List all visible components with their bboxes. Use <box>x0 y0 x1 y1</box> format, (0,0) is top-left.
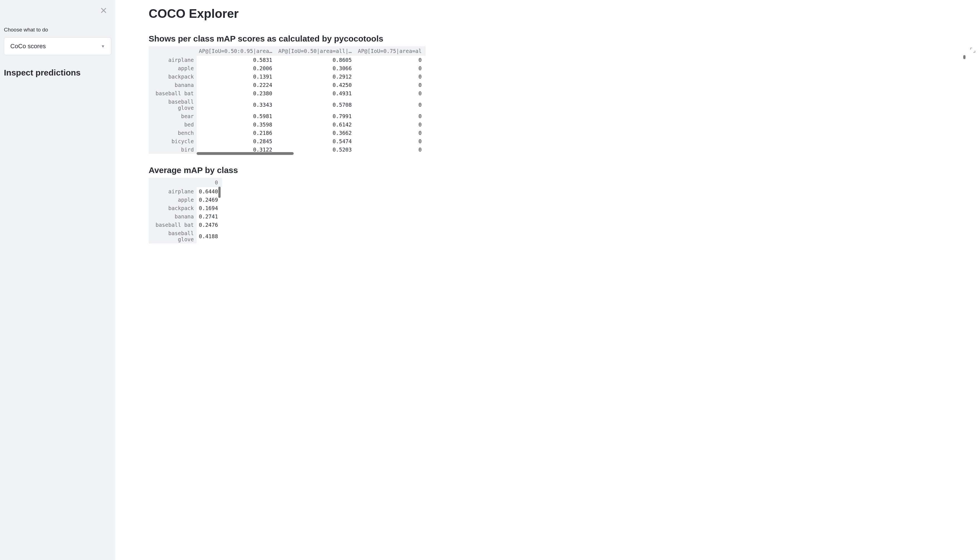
table-row: backpack0.13910.29120 <box>149 72 426 81</box>
row-index: backpack <box>149 204 197 212</box>
horizontal-scrollbar[interactable] <box>197 152 294 155</box>
cell: 0.5708 <box>276 98 356 112</box>
row-index: airplane <box>149 56 197 64</box>
table-row: bear0.59810.79910 <box>149 112 426 120</box>
column-header: AP@[IoU=0.75|area=al <box>356 46 426 56</box>
cell: 0.3066 <box>276 64 356 72</box>
table-row: apple0.20060.30660 <box>149 64 426 72</box>
table-row: banana0.2741 <box>149 212 222 221</box>
cell: 0.2912 <box>276 72 356 81</box>
cell: 0.2845 <box>197 137 276 145</box>
table-row: banana0.22240.42500 <box>149 81 426 89</box>
row-index: bicycle <box>149 137 197 145</box>
avg-table-block: 0airplane0.6440apple0.2469backpack0.1694… <box>149 178 221 243</box>
cell: 0.4250 <box>276 81 356 89</box>
row-index: bird <box>149 145 197 154</box>
row-index: baseball glove <box>149 98 197 112</box>
close-icon[interactable]: ✕ <box>100 6 107 15</box>
cell: 0.7991 <box>276 112 356 120</box>
table-row: baseball glove0.4188 <box>149 229 222 243</box>
row-index: bench <box>149 129 197 137</box>
cell: 0 <box>356 81 426 89</box>
cell: 0 <box>356 64 426 72</box>
cell: 0.5981 <box>197 112 276 120</box>
table-row: baseball bat0.23800.49310 <box>149 89 426 98</box>
cell: 0.1694 <box>197 204 222 212</box>
table-row: baseball glove0.33430.57080 <box>149 98 426 112</box>
cell: 0.2741 <box>197 212 222 221</box>
row-index: backpack <box>149 72 197 81</box>
expand-icon[interactable] <box>970 47 975 54</box>
cell: 0.4188 <box>197 229 222 243</box>
cell: 0.2224 <box>197 81 276 89</box>
sidebar: ✕ Choose what to do CoCo scores ▼ Inspec… <box>0 0 115 560</box>
cell: 0 <box>356 56 426 64</box>
cell: 0.4931 <box>276 89 356 98</box>
page-title: COCO Explorer <box>149 7 967 21</box>
row-index: baseball bat <box>149 89 197 98</box>
cell: 0 <box>356 112 426 120</box>
task-select[interactable]: CoCo scores ▼ <box>4 37 111 55</box>
cell: 0.2380 <box>197 89 276 98</box>
cell: 0 <box>356 137 426 145</box>
vertical-scrollbar[interactable] <box>218 187 221 198</box>
cell: 0.3598 <box>197 120 276 129</box>
cell: 0 <box>356 120 426 129</box>
column-header <box>149 46 197 56</box>
select-value: CoCo scores <box>10 43 46 50</box>
cell: 0 <box>356 129 426 137</box>
cell: 0.3662 <box>276 129 356 137</box>
chevron-down-icon: ▼ <box>101 44 105 48</box>
cell: 0.2469 <box>197 196 222 204</box>
section-title-avg: Average mAP by class <box>149 165 967 175</box>
table-row: airplane0.6440 <box>149 187 222 196</box>
row-index: baseball bat <box>149 221 197 229</box>
avg-table[interactable]: 0airplane0.6440apple0.2469backpack0.1694… <box>149 178 222 243</box>
table-row: bench0.21860.36620 <box>149 129 426 137</box>
table-row: bed0.35980.61420 <box>149 120 426 129</box>
row-index: banana <box>149 212 197 221</box>
cell: 0.8605 <box>276 56 356 64</box>
cell: 0.5474 <box>276 137 356 145</box>
cell: 0 <box>356 89 426 98</box>
cell: 0 <box>356 98 426 112</box>
cell: 0.2186 <box>197 129 276 137</box>
table-row: bicycle0.28450.54740 <box>149 137 426 145</box>
main-content: COCO Explorer Shows per class mAP scores… <box>115 0 980 560</box>
cell: 0.3343 <box>197 98 276 112</box>
section-title-scores: Shows per class mAP scores as calculated… <box>149 34 967 43</box>
cell: 0.5831 <box>197 56 276 64</box>
scores-table-block: AP@[IoU=0.50:0.95|area…AP@[IoU=0.50|area… <box>149 46 967 154</box>
row-index: apple <box>149 196 197 204</box>
row-index: bed <box>149 120 197 129</box>
sidebar-heading: Inspect predictions <box>4 68 111 77</box>
cell: 0.1391 <box>197 72 276 81</box>
column-header <box>149 178 197 187</box>
row-index: airplane <box>149 187 197 196</box>
cell: 0.6142 <box>276 120 356 129</box>
row-index: banana <box>149 81 197 89</box>
cell: 0 <box>356 72 426 81</box>
select-label: Choose what to do <box>4 27 111 33</box>
cell: 0.2476 <box>197 221 222 229</box>
cell: 0 <box>356 145 426 154</box>
row-index: baseball glove <box>149 229 197 243</box>
column-header: AP@[IoU=0.50|area=all|… <box>276 46 356 56</box>
table-row: airplane0.58310.86050 <box>149 56 426 64</box>
table-row: baseball bat0.2476 <box>149 221 222 229</box>
column-header: AP@[IoU=0.50:0.95|area… <box>197 46 276 56</box>
cell: 0.2006 <box>197 64 276 72</box>
table-row: apple0.2469 <box>149 196 222 204</box>
table-row: backpack0.1694 <box>149 204 222 212</box>
column-header: 0 <box>197 178 222 187</box>
row-index: bear <box>149 112 197 120</box>
vertical-scrollbar[interactable] <box>963 55 965 59</box>
row-index: apple <box>149 64 197 72</box>
scores-table[interactable]: AP@[IoU=0.50:0.95|area…AP@[IoU=0.50|area… <box>149 46 426 154</box>
